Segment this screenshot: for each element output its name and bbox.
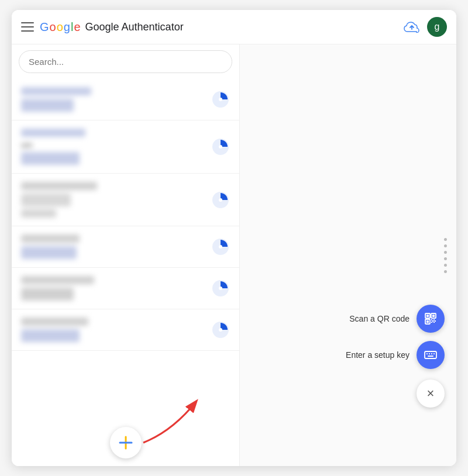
account-info [21,234,207,259]
enter-key-button[interactable] [417,341,445,369]
svg-rect-32 [428,356,433,357]
svg-rect-30 [431,353,432,354]
svg-rect-28 [426,353,428,354]
svg-rect-26 [435,320,436,322]
list-item[interactable] [12,79,239,120]
account-code-blur [21,288,74,301]
scan-qr-button[interactable] [417,305,445,333]
list-item[interactable]: om [12,120,239,174]
scan-qr-label: Scan a QR code [349,314,410,323]
logo-area: Google Google Authenticator [40,20,184,34]
app-window: Google Google Authenticator g [12,10,456,466]
svg-point-9 [219,287,222,290]
account-info [21,276,207,301]
close-fab-button[interactable]: × [417,380,445,408]
account-code-blur [21,329,80,342]
account-info: om [21,129,207,165]
svg-rect-29 [429,353,430,354]
right-panel: Scan a QR code [240,44,456,466]
enter-key-label: Enter a setup key [346,350,410,360]
list-item[interactable] [12,226,239,268]
qr-scan-icon [424,312,438,326]
plus-icon [118,434,134,451]
svg-point-11 [219,328,222,332]
account-name-blur [21,87,91,95]
enter-key-row: Enter a setup key [346,341,445,369]
dot [444,270,447,273]
timer-icon [211,137,230,156]
header: Google Google Authenticator g [12,10,456,44]
dot [444,244,447,247]
account-code-blur [21,194,71,206]
svg-point-5 [219,198,222,202]
partial-email: om [21,140,207,150]
svg-rect-22 [433,319,435,320]
dot [444,264,447,267]
svg-rect-27 [425,351,436,358]
account-name-blur [21,129,85,137]
svg-point-3 [219,145,222,149]
timer-icon [211,90,230,109]
fab-options-container: Scan a QR code [346,305,445,408]
add-account-fab[interactable] [110,427,142,458]
account-sub-blur [21,209,56,218]
close-icon: × [427,386,435,401]
svg-point-7 [219,245,222,249]
svg-rect-24 [433,322,435,323]
timer-icon [211,320,230,339]
cloud-upload-icon[interactable] [402,18,421,36]
svg-rect-20 [426,320,429,323]
account-name-blur [21,234,80,243]
list-item[interactable] [12,174,239,226]
timer-icon [211,237,230,256]
svg-rect-18 [432,315,435,317]
account-code-blur [21,152,80,165]
svg-rect-25 [432,320,433,322]
google-logo: Google [40,20,81,34]
svg-rect-31 [433,353,435,354]
account-list: om [12,79,239,419]
svg-rect-23 [431,322,432,323]
app-title: Google Authenticator [85,21,184,33]
account-info [21,318,207,342]
timer-icon [211,191,230,209]
svg-rect-16 [426,315,429,317]
account-info [21,87,207,112]
left-panel: om [12,44,240,466]
svg-point-1 [219,98,222,101]
dot [444,257,447,260]
svg-rect-21 [431,319,432,320]
search-input[interactable] [19,50,232,73]
account-code-blur [21,99,74,112]
dot [444,251,447,254]
account-name-blur [21,276,94,284]
account-name-blur [21,318,88,326]
dot [444,238,447,241]
list-item[interactable] [12,268,239,309]
list-item[interactable] [12,309,239,351]
avatar[interactable]: g [427,17,447,37]
keyboard-icon [424,348,438,362]
account-code-blur [21,246,77,259]
timer-icon [211,279,230,298]
scan-qr-row: Scan a QR code [349,305,445,333]
main-content: om [12,44,456,466]
account-info [21,182,207,218]
menu-icon[interactable] [21,22,34,32]
account-name-blur [21,182,97,190]
